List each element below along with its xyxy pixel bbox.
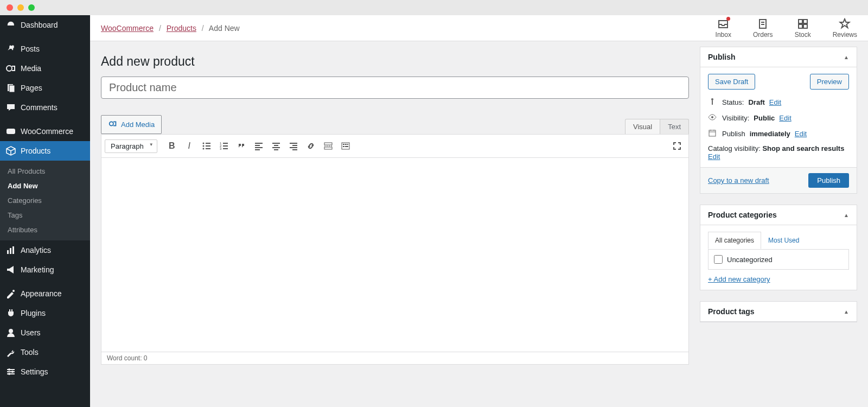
sidebar-item-appearance[interactable]: Appearance <box>0 284 90 303</box>
link-button[interactable] <box>303 138 319 154</box>
italic-button[interactable]: I <box>181 138 197 154</box>
svg-point-13 <box>8 368 10 371</box>
sidebar-item-tools[interactable]: Tools <box>0 342 90 362</box>
panel-toggle-icon[interactable]: ▲ <box>844 54 849 60</box>
add-category-link[interactable]: + Add new category <box>708 275 770 283</box>
publish-button[interactable]: Publish <box>808 173 849 188</box>
settings-icon <box>5 366 16 377</box>
sidebar-item-users[interactable]: Users <box>0 323 90 342</box>
catalog-label: Catalog visibility: <box>708 144 762 152</box>
panel-toggle-icon[interactable]: ▲ <box>844 212 849 218</box>
editor: Add Media Visual Text Paragraph B I 123 <box>101 115 689 365</box>
categories-tab-most[interactable]: Most Used <box>761 232 806 249</box>
edit-catalog-link[interactable]: Edit <box>708 152 720 161</box>
svg-rect-42 <box>274 149 278 150</box>
sidebar-item-analytics[interactable]: Analytics <box>0 240 90 260</box>
svg-rect-58 <box>709 130 716 136</box>
sidebar-item-label: Dashboard <box>21 21 58 29</box>
sidebar-item-woocommerce[interactable]: WooCommerce <box>0 122 90 141</box>
svg-rect-54 <box>345 146 348 147</box>
svg-rect-36 <box>255 145 260 146</box>
topbar-reviews[interactable]: Reviews <box>833 18 857 39</box>
svg-rect-44 <box>292 145 297 146</box>
sidebar-sub-attributes[interactable]: Attributes <box>0 222 90 237</box>
svg-rect-51 <box>345 144 347 145</box>
sidebar-item-comments[interactable]: Comments <box>0 98 90 117</box>
sidebar-item-dashboard[interactable]: Dashboard <box>0 15 90 35</box>
sidebar-submenu-products: All Products Add New Categories Tags Att… <box>0 161 90 240</box>
breadcrumb-woocommerce[interactable]: WooCommerce <box>101 24 154 33</box>
sidebar-item-pages[interactable]: Pages <box>0 78 90 98</box>
align-left-button[interactable] <box>251 138 267 154</box>
svg-rect-21 <box>803 24 807 28</box>
sidebar-sub-add-new[interactable]: Add New <box>0 179 90 193</box>
toolbar-toggle-button[interactable] <box>337 138 354 154</box>
align-right-button[interactable] <box>285 138 302 154</box>
svg-rect-20 <box>799 24 802 28</box>
sidebar-item-settings[interactable]: Settings <box>0 362 90 381</box>
svg-rect-24 <box>206 143 210 144</box>
category-checkbox[interactable] <box>714 255 723 264</box>
word-count-value: 0 <box>144 354 148 362</box>
page-title: Add new product <box>101 54 689 69</box>
bold-button[interactable]: B <box>164 138 180 154</box>
sidebar-item-label: Plugins <box>21 309 46 317</box>
orders-icon <box>757 18 769 30</box>
topbar-stock[interactable]: Stock <box>795 18 811 39</box>
ol-button[interactable]: 123 <box>216 138 232 154</box>
edit-visibility-link[interactable]: Edit <box>779 114 791 122</box>
publish-panel-title: Publish <box>708 53 736 61</box>
add-media-button[interactable]: Add Media <box>101 115 162 134</box>
category-item-uncategorized[interactable]: Uncategorized <box>714 255 843 264</box>
sidebar-item-label: Marketing <box>21 265 54 274</box>
save-draft-button[interactable]: Save Draft <box>708 74 755 90</box>
paragraph-select[interactable]: Paragraph <box>105 139 157 153</box>
svg-rect-40 <box>274 145 278 146</box>
svg-point-22 <box>110 122 113 125</box>
sidebar-sub-categories[interactable]: Categories <box>0 193 90 208</box>
minimize-dot-icon[interactable] <box>17 4 24 11</box>
inbox-icon <box>717 18 729 30</box>
close-dot-icon[interactable] <box>7 4 13 11</box>
edit-status-link[interactable]: Edit <box>769 98 781 106</box>
svg-point-25 <box>202 145 204 147</box>
breadcrumb-products[interactable]: Products <box>167 24 196 33</box>
sidebar-sub-all-products[interactable]: All Products <box>0 164 90 179</box>
sidebar-item-plugins[interactable]: Plugins <box>0 303 90 323</box>
fullscreen-button[interactable] <box>669 138 685 154</box>
svg-point-15 <box>8 373 10 375</box>
svg-rect-28 <box>206 148 210 149</box>
status-label: Status: <box>722 98 744 106</box>
svg-rect-19 <box>803 20 807 23</box>
sidebar-item-media[interactable]: Media <box>0 59 90 78</box>
editor-tab-visual[interactable]: Visual <box>625 119 660 134</box>
editor-tab-text[interactable]: Text <box>660 119 689 134</box>
svg-rect-48 <box>324 147 332 149</box>
window-chrome <box>0 0 868 15</box>
sidebar-sub-tags[interactable]: Tags <box>0 208 90 222</box>
preview-button[interactable]: Preview <box>810 74 849 90</box>
product-name-input[interactable] <box>101 77 689 99</box>
readmore-button[interactable] <box>320 138 336 154</box>
tags-panel-title: Product tags <box>708 307 755 316</box>
maximize-dot-icon[interactable] <box>28 4 35 11</box>
svg-rect-5 <box>7 250 9 254</box>
sidebar-item-marketing[interactable]: Marketing <box>0 260 90 279</box>
topbar-orders[interactable]: Orders <box>753 18 773 39</box>
editor-content[interactable] <box>101 158 689 352</box>
copy-draft-link[interactable]: Copy to a new draft <box>708 176 769 185</box>
align-center-button[interactable] <box>268 138 284 154</box>
ul-button[interactable] <box>199 138 215 154</box>
sidebar-item-posts[interactable]: Posts <box>0 39 90 59</box>
quote-button[interactable] <box>233 138 250 154</box>
categories-tab-all[interactable]: All categories <box>708 232 761 249</box>
svg-point-8 <box>12 290 15 292</box>
sidebar-item-label: Users <box>21 328 41 337</box>
panel-toggle-icon[interactable]: ▲ <box>844 309 849 315</box>
admin-sidebar: Dashboard Posts Media Pages Comments Woo… <box>0 15 90 407</box>
topbar-inbox[interactable]: Inbox <box>716 18 731 39</box>
edit-publish-link[interactable]: Edit <box>795 130 807 138</box>
topbar-label: Orders <box>753 31 773 39</box>
sidebar-item-products[interactable]: Products <box>0 141 90 161</box>
sidebar-item-label: Pages <box>21 84 42 92</box>
